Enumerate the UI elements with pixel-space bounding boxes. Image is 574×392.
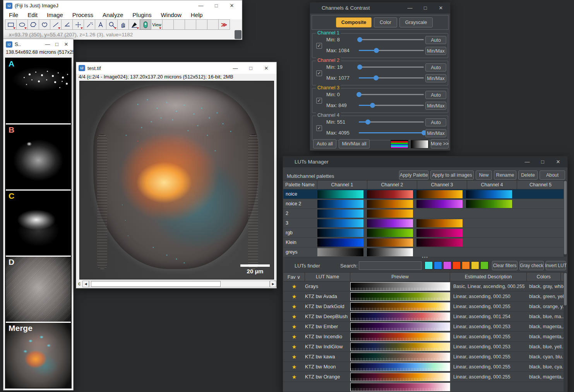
color-filter-2[interactable]: [434, 261, 442, 269]
rectangle-tool-button[interactable]: [5, 19, 17, 30]
menu-process[interactable]: Process: [72, 12, 93, 18]
finder-scrollbar[interactable]: [564, 272, 567, 392]
favorite-star-icon[interactable]: ★: [283, 293, 305, 300]
favorite-star-icon[interactable]: ★: [283, 283, 305, 290]
lut-row[interactable]: ★KTZ bw OrangeLinear, ascending, 000.255…: [283, 372, 564, 382]
splitter-handle[interactable]: •••: [283, 256, 567, 259]
lut-row[interactable]: ★KTZ bw DarkGoldLinear, ascending, 000.2…: [283, 302, 564, 312]
favorite-star-icon[interactable]: ★: [283, 324, 305, 330]
max-slider-thumb[interactable]: [374, 75, 379, 80]
channel-2-checkbox[interactable]: ✓: [316, 70, 322, 76]
menu-file[interactable]: File: [9, 12, 18, 18]
mode-grayscale-button[interactable]: Grayscale: [399, 17, 433, 27]
mode-composite-button[interactable]: Composite: [336, 17, 372, 27]
stack-titlebar[interactable]: IJ S.. — □ ✕: [3, 39, 73, 49]
apply-to-all-images-button[interactable]: Apply to all images: [430, 170, 474, 180]
favorite-star-icon[interactable]: ★: [283, 344, 305, 350]
channel-4-min-slider[interactable]: [359, 121, 424, 123]
lut-row[interactable]: ★KTZ bw IncendioLinear, ascending, 000.2…: [283, 332, 564, 342]
min-slider-thumb[interactable]: [357, 37, 362, 42]
scroll-left-icon[interactable]: ◀: [82, 281, 89, 287]
auto-button[interactable]: Auto: [425, 118, 446, 126]
min-slider-thumb[interactable]: [356, 92, 362, 97]
zoom-tool-button[interactable]: [106, 19, 118, 30]
invert-lut-button[interactable]: Invert LUT: [546, 261, 566, 270]
scroll-thumb[interactable]: [91, 281, 221, 287]
lut-row[interactable]: ★GraysBasic, Linear, ascending, 000.255b…: [283, 281, 564, 291]
fiji-titlebar[interactable]: IJ (Fiji Is Just) ImageJ — □ ✕: [3, 0, 242, 11]
oval-tool-button[interactable]: [16, 19, 28, 30]
testtif-titlebar[interactable]: IJ test.tif — □ ✕: [76, 62, 276, 74]
lut-row[interactable]: ★KTZ bw AvadaLinear, ascending, 000.250b…: [283, 291, 564, 302]
minimize-icon[interactable]: —: [228, 65, 243, 71]
stack-panel-merge[interactable]: Merge: [6, 323, 71, 388]
menu-analyze[interactable]: Analyze: [103, 12, 123, 18]
maximize-icon[interactable]: □: [535, 159, 550, 165]
palette-row[interactable]: Klein: [283, 238, 564, 247]
minimize-icon[interactable]: —: [402, 5, 418, 11]
grayscale-lut-icon[interactable]: [411, 140, 428, 148]
hand-tool-button[interactable]: [117, 19, 129, 30]
channel-1-checkbox[interactable]: ✓: [316, 43, 322, 49]
minmax-button[interactable]: Min/Max: [425, 129, 446, 137]
minmax-button[interactable]: Min/Max: [425, 74, 446, 82]
min-slider-thumb[interactable]: [365, 119, 370, 124]
close-icon[interactable]: ✕: [224, 3, 240, 9]
channel-4-max-slider[interactable]: [359, 132, 424, 133]
channels-titlebar[interactable]: Channels & Contrast — □ ✕: [310, 2, 450, 14]
lut-row[interactable]: ★KTZ bw kawaLinear, ascending, 000.255bl…: [283, 352, 564, 362]
color-filter-3[interactable]: [443, 261, 451, 269]
maximize-icon[interactable]: □: [418, 5, 433, 11]
point-tool-button[interactable]: [72, 19, 84, 30]
minmax-button[interactable]: Min/Max: [425, 102, 446, 110]
channel-3-max-slider[interactable]: [359, 105, 424, 106]
auto-button[interactable]: Auto: [425, 63, 446, 72]
favorite-star-icon[interactable]: ★: [283, 354, 305, 360]
channel-2-max-slider[interactable]: [359, 77, 424, 78]
text-tool-button[interactable]: [95, 19, 106, 30]
resize-grip[interactable]: [235, 30, 242, 39]
polygon-tool-button[interactable]: [27, 19, 39, 30]
apply-palette-button[interactable]: Apply Palette: [399, 170, 428, 180]
channel-3-min-slider[interactable]: [359, 94, 424, 95]
freehand-tool-button[interactable]: [39, 19, 50, 30]
channel-3-checkbox[interactable]: ✓: [316, 98, 322, 104]
auto-button[interactable]: Auto: [425, 36, 446, 44]
color-filter-1[interactable]: [425, 261, 433, 269]
rename-button[interactable]: Rename: [494, 170, 516, 180]
channel-2-min-slider[interactable]: [359, 66, 424, 68]
clear-filters-button[interactable]: Clear filters: [492, 261, 517, 270]
favorite-star-icon[interactable]: ★: [283, 364, 305, 370]
angle-tool-button[interactable]: [61, 19, 73, 30]
fiji-logo-tool-button[interactable]: [140, 19, 151, 30]
mode-color-button[interactable]: Color: [374, 17, 397, 27]
about-button[interactable]: About: [540, 170, 565, 180]
menu-image[interactable]: Image: [47, 12, 63, 18]
lut-row[interactable]: ★KTZ bw MoonLinear, ascending, 000.255bl…: [283, 362, 564, 372]
search-input[interactable]: [359, 261, 422, 270]
wand-tool-button[interactable]: [84, 19, 95, 30]
palette-row[interactable]: 3: [283, 218, 564, 228]
channel-4-checkbox[interactable]: ✓: [316, 125, 322, 131]
channel-1-min-slider[interactable]: [359, 39, 424, 40]
max-slider-thumb[interactable]: [374, 48, 379, 53]
color-filter-4[interactable]: [452, 261, 461, 269]
close-icon[interactable]: ✕: [550, 159, 566, 165]
minimize-icon[interactable]: —: [193, 3, 209, 9]
palette-row[interactable]: 2: [283, 209, 564, 218]
new-button[interactable]: New: [476, 170, 492, 180]
color-filter-7[interactable]: [480, 261, 488, 269]
stack-panel-a[interactable]: A: [6, 58, 71, 123]
minimize-icon[interactable]: —: [43, 41, 52, 47]
close-icon[interactable]: ✕: [62, 41, 71, 47]
menu-plugins[interactable]: Plugins: [132, 12, 151, 18]
palette-row[interactable]: noice: [283, 189, 564, 199]
auto-button[interactable]: Auto: [425, 91, 446, 99]
lut-row[interactable]: ★KTZ bw EmberLinear, ascending, 000.253b…: [283, 322, 564, 332]
color-filter-6[interactable]: [471, 261, 479, 269]
scroll-track[interactable]: [89, 281, 270, 287]
maximize-icon[interactable]: □: [209, 3, 224, 9]
close-icon[interactable]: ✕: [433, 5, 449, 11]
channel-1-max-slider[interactable]: [359, 50, 424, 51]
maximize-icon[interactable]: □: [243, 65, 259, 71]
